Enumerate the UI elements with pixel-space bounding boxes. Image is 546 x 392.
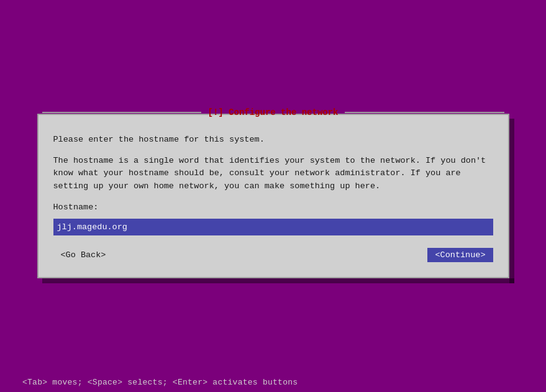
description-line1: Please enter the hostname for this syste…: [53, 134, 493, 146]
dialog-body: Please enter the hostname for this syste…: [53, 134, 493, 262]
configure-network-dialog: [!] Configure the network Please enter t…: [37, 114, 509, 278]
status-bar: <Tab> moves; <Space> selects; <Enter> ac…: [0, 373, 546, 392]
dialog-title: [!] Configure the network: [205, 107, 340, 117]
continue-button[interactable]: <Continue>: [427, 248, 493, 262]
dialog-buttons: <Go Back> <Continue>: [53, 248, 493, 262]
shadow-bottom: [42, 278, 514, 283]
hostname-input-wrapper[interactable]: [53, 219, 493, 235]
title-line-right: [345, 112, 504, 113]
go-back-button[interactable]: <Go Back>: [53, 248, 114, 262]
shadow-right: [509, 119, 514, 283]
status-bar-text: <Tab> moves; <Space> selects; <Enter> ac…: [22, 378, 298, 387]
title-line-left: [42, 112, 202, 113]
hostname-input[interactable]: [56, 222, 491, 232]
description-line2: The hostname is a single word that ident…: [53, 155, 493, 193]
hostname-label: Hostname:: [53, 201, 493, 214]
dialog-title-bar: [!] Configure the network: [39, 107, 508, 117]
dialog-container: [!] Configure the network Please enter t…: [37, 114, 509, 278]
